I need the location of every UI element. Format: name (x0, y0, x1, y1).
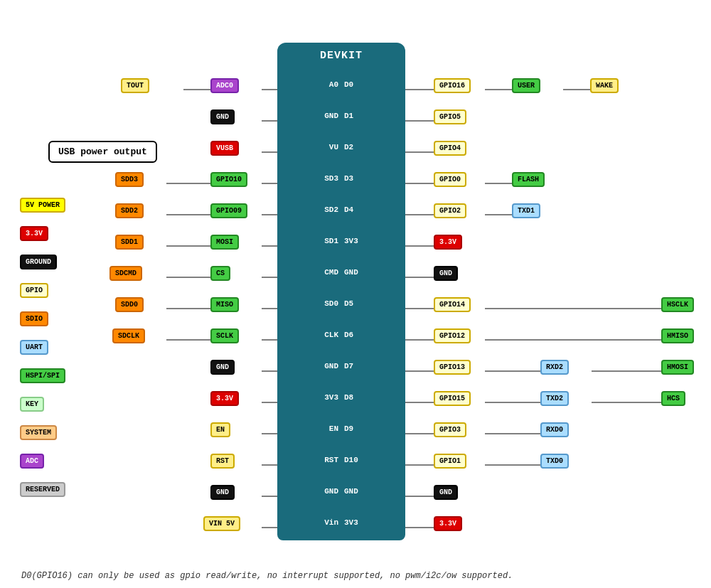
badge-gnd-r2: GND (434, 485, 458, 500)
pin-sd0: SD0 (283, 299, 341, 308)
badge-en: EN (210, 422, 230, 437)
pin-3v3-r1: 3V3 (341, 237, 400, 245)
badge-sdclk: SDCLK (112, 328, 145, 343)
pin-d10: D10 (341, 456, 400, 464)
badge-sdd0: SDD0 (115, 297, 144, 312)
pin-sd1: SD1 (283, 237, 341, 245)
badge-rxd2: RXD2 (540, 360, 569, 375)
badge-gnd-l3: GND (210, 485, 235, 500)
pin-sd3: SD3 (283, 174, 341, 183)
badge-adc0: ADC0 (210, 78, 239, 93)
badge-rst: RST (210, 454, 235, 469)
footnote: D0(GPIO16) can only be used as gpio read… (21, 571, 513, 581)
pin-d1: D1 (341, 112, 400, 120)
badge-sdd3: SDD3 (115, 172, 144, 187)
pin-gnd2: GND (283, 362, 341, 370)
badge-gpio01: GPIO1 (434, 454, 466, 469)
badge-legend-sdio: SDIO (20, 311, 48, 326)
badge-gpio09: GPIO09 (210, 203, 247, 218)
chip-pins: A0D0 GNDD1 VUD2 SD3D3 SD2D4 SD13V3 CMDGN… (277, 66, 405, 541)
badge-txd1: TXD1 (512, 203, 540, 218)
badge-hcs: HCS (661, 391, 685, 406)
badge-legend-system: SYSTEM (20, 425, 57, 440)
pin-d9: D9 (341, 424, 400, 433)
pin-d3: D3 (341, 174, 400, 183)
pin-3v3-l: 3V3 (283, 393, 341, 402)
badge-3v3-l: 3.3V (210, 391, 239, 406)
badge-legend-ground: GROUND (20, 255, 57, 269)
badge-gpio03: GPIO3 (434, 422, 466, 437)
badge-rxd0: RXD0 (540, 422, 569, 437)
badge-wake: WAKE (590, 78, 619, 93)
pin-3v3-r2: 3V3 (341, 518, 400, 527)
badge-mosi: MOSI (210, 235, 239, 250)
pin-vin: Vin (283, 518, 341, 527)
badge-user: USER (512, 78, 540, 93)
pin-a0: A0 (283, 80, 341, 89)
chip: DEVKIT A0D0 GNDD1 VUD2 SD3D3 SD2D4 SD13V… (277, 43, 405, 540)
badge-gpio013: GPIO13 (434, 360, 471, 375)
badge-flash: FLASH (512, 172, 545, 187)
badge-legend-33v: 3.3V (20, 226, 48, 241)
badge-3v3-r2: 3.3V (434, 516, 462, 531)
pin-d4: D4 (341, 205, 400, 214)
pin-gnd1: GND (283, 112, 341, 120)
badge-legend-gpio: GPIO (20, 283, 48, 298)
pin-d8: D8 (341, 393, 400, 402)
badge-gpio05: GPIO5 (434, 109, 466, 124)
badge-gpio012: GPIO12 (434, 328, 471, 343)
badge-vusb: VUSB (210, 141, 239, 156)
badge-gnd-l2: GND (210, 360, 235, 375)
usb-power-label: USB power output (48, 141, 157, 163)
diagram: DEVKIT A0D0 GNDD1 VUD2 SD3D3 SD2D4 SD13V… (0, 0, 711, 588)
badge-txd2: TXD2 (540, 391, 569, 406)
badge-hmiso: HMISO (661, 328, 694, 343)
badge-gpio015: GPIO15 (434, 391, 471, 406)
pin-d2: D2 (341, 143, 400, 151)
badge-sdcmd: SDCMD (109, 266, 142, 281)
badge-gpio02: GPIO2 (434, 203, 466, 218)
pin-clk: CLK (283, 331, 341, 339)
badge-sclk: SCLK (210, 328, 239, 343)
badge-sdd1: SDD1 (115, 235, 144, 250)
badge-gpio016: GPIO16 (434, 78, 471, 93)
chip-title: DEVKIT (320, 43, 363, 66)
badge-gpio014: GPIO14 (434, 297, 471, 312)
pin-d7: D7 (341, 362, 400, 370)
badge-legend-adc: ADC (20, 454, 44, 469)
badge-legend-5vpower: 5V POWER (20, 198, 65, 213)
pin-cmd: CMD (283, 268, 341, 277)
pin-gnd-r2: GND (341, 487, 400, 496)
pin-d0: D0 (341, 80, 400, 89)
badge-txd0: TXD0 (540, 454, 569, 469)
pin-gnd-r1: GND (341, 268, 400, 277)
pin-gnd3: GND (283, 487, 341, 496)
badge-miso: MISO (210, 297, 239, 312)
badge-hsclk: HSCLK (661, 297, 694, 312)
badge-gpio0: GPIO0 (434, 172, 466, 187)
badge-cs: CS (210, 266, 230, 281)
pin-en: EN (283, 424, 341, 433)
badge-gpio04: GPIO4 (434, 141, 466, 156)
badge-3v3-r1: 3.3V (434, 235, 462, 250)
pin-d5: D5 (341, 299, 400, 308)
badge-legend-reserved: RESERVED (20, 482, 65, 497)
pin-rst: RST (283, 456, 341, 464)
badge-hmosi: HMOSI (661, 360, 694, 375)
badge-gpio10: GPIO10 (210, 172, 247, 187)
badge-sdd2: SDD2 (115, 203, 144, 218)
pin-vu: VU (283, 143, 341, 151)
badge-gnd-l1: GND (210, 109, 235, 124)
badge-legend-uart: UART (20, 340, 48, 355)
badge-tout: TOUT (121, 78, 149, 93)
pin-d6: D6 (341, 331, 400, 339)
pin-sd2: SD2 (283, 205, 341, 214)
badge-gnd-r1: GND (434, 266, 458, 281)
badge-legend-key: KEY (20, 397, 44, 412)
badge-vin5v: VIN 5V (203, 516, 240, 531)
badge-legend-hspispi: HSPI/SPI (20, 368, 65, 383)
